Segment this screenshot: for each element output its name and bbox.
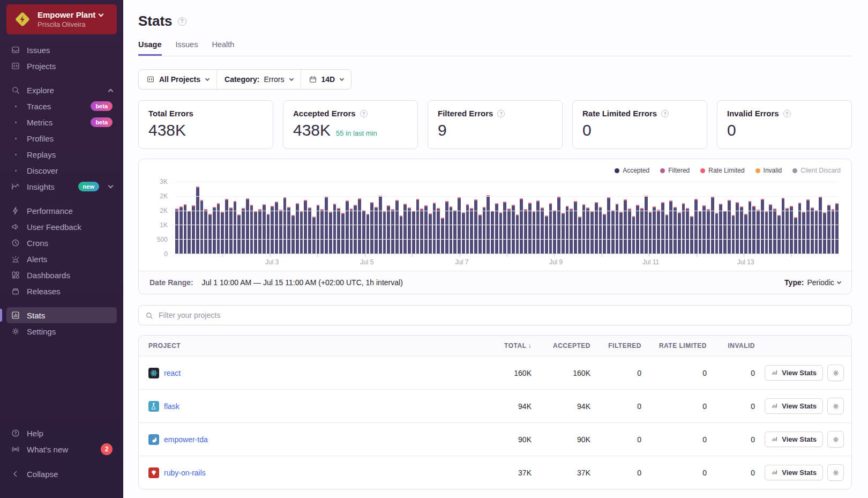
sidebar-item-profiles[interactable]: Profiles bbox=[6, 130, 117, 146]
legend-item-filtered[interactable]: Filtered bbox=[660, 167, 690, 174]
gridline bbox=[175, 196, 839, 197]
stat-card-label: Total Errors bbox=[148, 109, 193, 118]
stat-card-filtered-errors: Filtered Errors?9 bbox=[428, 100, 563, 149]
help-icon[interactable]: ? bbox=[360, 110, 368, 117]
x-tick-label: Jul 7 bbox=[455, 258, 468, 266]
sidebar-item-settings[interactable]: Settings bbox=[6, 323, 117, 339]
column-header-total[interactable]: TOTAL↓ bbox=[473, 336, 532, 356]
view-stats-button[interactable]: View Stats bbox=[765, 432, 823, 447]
chart-bar bbox=[346, 200, 349, 254]
tab-health[interactable]: Health bbox=[212, 40, 234, 56]
column-header-filtered[interactable]: FILTERED bbox=[590, 336, 641, 356]
search-icon bbox=[11, 85, 20, 95]
project-link[interactable]: ruby-on-rails bbox=[164, 469, 206, 477]
project-settings-button[interactable] bbox=[827, 365, 844, 381]
chart-bar bbox=[674, 207, 677, 254]
sidebar-item-explore[interactable]: Explore bbox=[6, 82, 117, 98]
chart-bar bbox=[507, 209, 511, 254]
project-settings-button[interactable] bbox=[827, 431, 844, 448]
sidebar-item-alerts[interactable]: Alerts bbox=[6, 251, 117, 267]
category-filter-dropdown[interactable]: Category: Errors bbox=[216, 70, 300, 89]
chart-bar bbox=[408, 207, 411, 254]
page-help-icon[interactable]: ? bbox=[178, 17, 186, 26]
column-header-accepted[interactable]: ACCEPTED bbox=[532, 336, 590, 356]
project-settings-button[interactable] bbox=[827, 398, 844, 414]
project-link[interactable]: flask bbox=[164, 402, 179, 411]
project-filter-input[interactable] bbox=[159, 311, 845, 319]
chart-bar bbox=[699, 211, 702, 254]
search-icon bbox=[145, 311, 153, 319]
legend-item-invalid[interactable]: Invalid bbox=[755, 167, 782, 174]
chart-bar bbox=[267, 214, 270, 254]
sidebar-item-issues[interactable]: Issues bbox=[6, 42, 117, 58]
sidebar-item-metrics[interactable]: Metrics beta bbox=[6, 114, 117, 130]
sidebar-item-projects[interactable]: Projects bbox=[6, 58, 117, 74]
legend-item-client-discard[interactable]: Client Discard bbox=[792, 167, 841, 174]
sidebar-item-traces[interactable]: Traces beta bbox=[6, 98, 117, 114]
chart-bar bbox=[478, 214, 482, 254]
total-value: 37K bbox=[473, 460, 532, 485]
chart-bar bbox=[333, 204, 336, 254]
sidebar-item-releases[interactable]: Releases bbox=[6, 283, 117, 299]
type-dropdown[interactable]: Type: Periodic bbox=[784, 278, 841, 287]
legend-item-rate-limited[interactable]: Rate Limited bbox=[700, 167, 744, 174]
line-chart-icon bbox=[11, 182, 20, 191]
chart-bar bbox=[400, 215, 403, 254]
sidebar-item-crons[interactable]: Crons bbox=[6, 235, 117, 251]
chart-bar bbox=[221, 212, 224, 254]
sidebar-item-help[interactable]: Help bbox=[6, 425, 117, 441]
chart-bar bbox=[586, 207, 589, 254]
date-period-dropdown[interactable]: 14D bbox=[301, 70, 351, 89]
chart-bar bbox=[811, 207, 814, 254]
x-tick-label: Jul 13 bbox=[737, 258, 754, 266]
legend-dot bbox=[700, 168, 705, 173]
help-icon[interactable]: ? bbox=[661, 110, 669, 117]
column-header-invalid[interactable]: INVALID bbox=[707, 336, 755, 356]
chart-bar bbox=[234, 201, 237, 254]
chart-bar bbox=[719, 204, 722, 254]
chart-bar bbox=[616, 204, 619, 254]
tab-issues[interactable]: Issues bbox=[176, 40, 198, 56]
sidebar-item-label: Collapse bbox=[27, 470, 58, 479]
sidebar-item-insights[interactable]: Insights new bbox=[6, 179, 117, 195]
projects-table: PROJECTTOTAL↓ACCEPTEDFILTEREDRATE LIMITE… bbox=[138, 335, 852, 489]
page-content: All Projects Category: Errors 14D Total … bbox=[123, 56, 868, 489]
x-tick bbox=[460, 254, 460, 257]
column-header-project[interactable]: PROJECT bbox=[139, 336, 473, 356]
project-link[interactable]: react bbox=[164, 369, 181, 377]
chevron-down-icon bbox=[108, 183, 114, 189]
sidebar-item-discover[interactable]: Discover bbox=[6, 162, 117, 179]
sidebar-collapse-button[interactable]: Collapse bbox=[6, 466, 117, 482]
dashboard-grid-icon bbox=[11, 270, 20, 280]
sidebar-item-label: Traces bbox=[27, 102, 51, 111]
help-icon[interactable]: ? bbox=[497, 110, 505, 117]
org-switcher[interactable]: Empower Plant Priscila Oliveira bbox=[6, 4, 117, 34]
chart-bar bbox=[632, 216, 635, 254]
row-actions: View Stats bbox=[755, 390, 851, 422]
org-user: Priscila Oliveira bbox=[38, 20, 103, 28]
chart-bar bbox=[341, 213, 345, 254]
column-header-rate-limited[interactable]: RATE LIMITED bbox=[641, 336, 707, 356]
project-filter-dropdown[interactable]: All Projects bbox=[139, 70, 216, 89]
tab-usage[interactable]: Usage bbox=[138, 40, 162, 56]
legend-item-accepted[interactable]: Accepted bbox=[615, 167, 649, 174]
sidebar-item-user-feedback[interactable]: User Feedback bbox=[6, 219, 117, 235]
view-stats-label: View Stats bbox=[782, 369, 817, 377]
project-settings-button[interactable] bbox=[827, 464, 844, 481]
sidebar-item-dashboards[interactable]: Dashboards bbox=[6, 267, 117, 283]
sidebar-item-whats-new[interactable]: What's new 2 bbox=[6, 441, 117, 457]
calendar-icon bbox=[309, 75, 317, 84]
sidebar-item-stats[interactable]: Stats bbox=[6, 307, 117, 323]
chart-bar bbox=[669, 200, 672, 254]
sidebar-item-replays[interactable]: Replays bbox=[6, 146, 117, 162]
react-platform-icon bbox=[148, 368, 159, 378]
gridline bbox=[175, 182, 839, 182]
chart-bar bbox=[192, 205, 195, 254]
view-stats-button[interactable]: View Stats bbox=[765, 465, 823, 480]
view-stats-button[interactable]: View Stats bbox=[765, 398, 823, 414]
project-link[interactable]: empower-tda bbox=[164, 435, 208, 444]
beta-badge: beta bbox=[91, 101, 113, 111]
sidebar-item-performance[interactable]: Performance bbox=[6, 203, 117, 219]
view-stats-button[interactable]: View Stats bbox=[765, 365, 823, 381]
help-icon[interactable]: ? bbox=[783, 110, 791, 117]
